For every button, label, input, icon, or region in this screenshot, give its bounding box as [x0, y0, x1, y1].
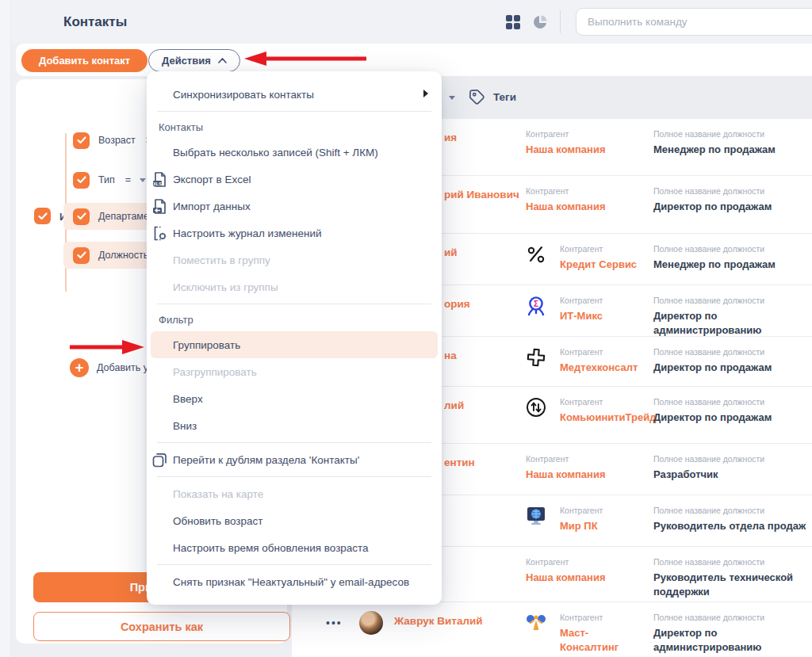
and-operator-checkbox[interactable] — [34, 208, 51, 224]
company-name[interactable]: ИТ-Микс — [560, 309, 644, 323]
changelog-icon — [151, 225, 168, 242]
chevron-down-icon[interactable] — [449, 96, 455, 100]
company-name[interactable]: Наша компания — [526, 200, 610, 214]
menu-item-label: Выбрать несколько записей (Shift + ЛКМ) — [173, 147, 378, 159]
menu-item-label: Импорт данных — [173, 201, 251, 212]
menu-item-label: Вверх — [173, 393, 203, 405]
menu-item[interactable]: Синхронизировать контакты — [147, 81, 442, 108]
menu-item-label: Перейти к дублям раздела 'Контакты' — [173, 454, 359, 466]
svg-text:XLS: XLS — [153, 181, 162, 186]
chevron-down-icon[interactable] — [140, 178, 146, 182]
avatar — [359, 611, 383, 635]
menu-item: Разгруппировать — [147, 358, 442, 385]
condition-checkbox[interactable] — [73, 172, 90, 189]
contact-name[interactable]: на — [444, 350, 457, 361]
duplicates-icon — [151, 452, 168, 468]
menu-section-header: Фильтр — [147, 307, 442, 331]
position-column-label: Полное название должности — [653, 506, 809, 515]
contact-name[interactable]: рий Иванович — [444, 189, 519, 201]
company-name[interactable]: КомьюинитиТрейд — [560, 411, 644, 425]
import-icon — [151, 198, 168, 215]
menu-item[interactable]: Настроить время обновления возраста — [147, 534, 442, 561]
menu-item[interactable]: XLSЭкспорт в Excel — [147, 166, 442, 193]
menu-divider — [157, 442, 431, 443]
cross-logo — [526, 347, 548, 375]
menu-item[interactable]: Обновить возраст — [147, 507, 442, 534]
menu-item-label: Экспорт в Excel — [173, 174, 251, 185]
arrows-logo — [526, 397, 548, 425]
company-column-label: Контрагент — [560, 296, 644, 305]
company-cell: КонтрагентНаша компания — [526, 186, 610, 214]
header-divider — [560, 10, 561, 33]
contact-name[interactable]: ий — [444, 246, 458, 258]
company-column-label: Контрагент — [526, 186, 610, 196]
actions-button[interactable]: Действия — [148, 49, 240, 72]
menu-item[interactable]: Перейти к дублям раздела 'Контакты' — [147, 446, 442, 473]
contact-name[interactable]: лий — [444, 399, 464, 411]
save-as-button[interactable]: Сохранить как — [33, 612, 290, 641]
contact-name[interactable]: ентин — [444, 456, 475, 468]
position-column-label: Полное название должности — [653, 244, 809, 254]
position-cell: Полное название должностиМенеджер по про… — [653, 244, 809, 272]
company-cell: КонтрагентМир ПК — [526, 506, 644, 533]
menu-item[interactable]: Вверх — [147, 385, 442, 412]
row-actions-menu-icon[interactable]: ••• — [326, 617, 343, 629]
position-cell: Полное название должностиДиректор по адм… — [653, 296, 809, 338]
menu-divider — [157, 564, 431, 565]
position-cell: Полное название должностиРазработчик — [653, 454, 809, 482]
condition-checkbox[interactable] — [73, 132, 90, 149]
menu-item[interactable]: Импорт данных — [147, 193, 442, 220]
person-logo — [526, 613, 548, 654]
menu-item[interactable]: Настроить журнал изменений — [147, 220, 442, 246]
menu-item[interactable]: Выбрать несколько записей (Shift + ЛКМ) — [147, 139, 442, 166]
position-cell: Полное название должностиДиректор по про… — [653, 397, 809, 425]
position-cell: Полное название должностиРуководитель от… — [653, 506, 809, 533]
table-row[interactable]: •••Жаврук ВиталийКонтрагентМаст-Консалти… — [292, 602, 812, 657]
menu-item: Показать на карте — [147, 480, 442, 507]
svg-text:Σ: Σ — [534, 300, 538, 308]
menu-item[interactable]: Снять признак "Неактуальный" у email-адр… — [147, 568, 442, 595]
grid-view-icon[interactable] — [506, 15, 520, 29]
menu-item-label: Исключить из группы — [173, 281, 278, 293]
company-name[interactable]: Маст-Консалтинг — [560, 626, 644, 654]
company-cell: КонтрагентНаша компания — [526, 454, 610, 482]
position-column-label: Полное название должности — [653, 129, 809, 139]
contact-name[interactable]: Жаврук Виталий — [394, 615, 483, 627]
condition-checkbox[interactable] — [73, 247, 90, 264]
position-column-label: Полное название должности — [653, 347, 809, 357]
monitor-logo — [526, 506, 548, 533]
submenu-arrow-icon — [423, 90, 428, 97]
tags-column-label: Теги — [493, 91, 516, 103]
menu-item-label: Настроить журнал изменений — [173, 227, 322, 239]
menu-item-label: Показать на карте — [173, 488, 263, 500]
condition-checkbox[interactable] — [73, 208, 90, 225]
condition-label: Должность — [98, 250, 148, 261]
position-value: Руководитель технической поддержки — [653, 571, 809, 599]
company-name[interactable]: Наша компания — [526, 468, 610, 482]
menu-item: Поместить в группу — [147, 246, 442, 273]
menu-section-header: Контакты — [147, 115, 442, 139]
company-name[interactable]: Кредит Сервис — [560, 258, 644, 272]
menu-item-label: Синхронизировать контакты — [173, 89, 314, 101]
menu-item[interactable]: Вниз — [147, 412, 442, 439]
condition-operator[interactable]: = — [125, 174, 131, 185]
condition-label: Возраст — [98, 135, 136, 146]
position-cell: Полное название должностиРуководитель те… — [653, 557, 809, 599]
company-cell: КонтрагентКредит Сервис — [526, 244, 644, 272]
pie-chart-icon[interactable] — [533, 15, 547, 29]
tag-icon[interactable] — [468, 88, 486, 106]
contact-name[interactable]: ия — [444, 132, 457, 143]
company-name[interactable]: Медтехконсалт — [560, 361, 644, 375]
command-input[interactable] — [576, 8, 812, 36]
top-header: Контакты — [11, 0, 812, 44]
company-name[interactable]: Мир ПК — [560, 519, 644, 533]
menu-item[interactable]: Группировать — [151, 331, 438, 358]
menu-item-label: Обновить возраст — [173, 515, 262, 527]
actions-dropdown-menu: Синхронизировать контактыКонтактыВыбрать… — [147, 71, 442, 605]
menu-item-label: Поместить в группу — [173, 254, 270, 266]
add-contact-button[interactable]: Добавить контакт — [21, 49, 147, 72]
contact-name[interactable]: ория — [444, 298, 470, 310]
menu-divider — [157, 476, 431, 477]
company-name[interactable]: Наша компания — [526, 571, 610, 585]
company-name[interactable]: Наша компания — [526, 143, 610, 157]
